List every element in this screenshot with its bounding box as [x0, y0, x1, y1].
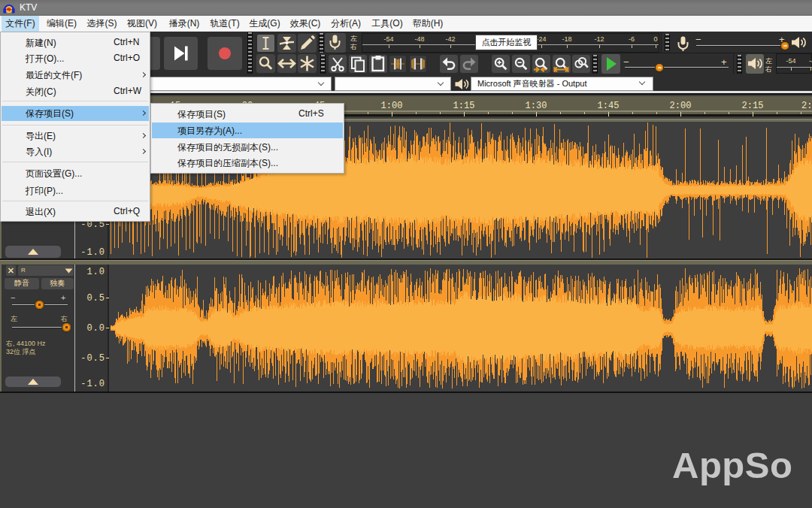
svg-text:2:15: 2:15 — [742, 101, 764, 111]
svg-text:2:30: 2:30 — [801, 101, 812, 111]
svg-text:1:15: 1:15 — [453, 101, 475, 111]
svg-text:2:00: 2:00 — [670, 101, 692, 111]
svg-text:1:45: 1:45 — [598, 101, 620, 111]
svg-text:1:00: 1:00 — [381, 101, 403, 111]
svg-text:1:30: 1:30 — [526, 101, 547, 111]
